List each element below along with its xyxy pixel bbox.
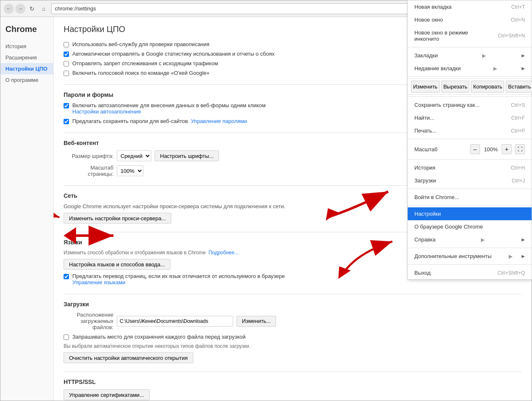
home-button[interactable]: ⌂ (39, 4, 49, 14)
pagescale-label: Масштаб страницы: (64, 165, 113, 177)
sidebar-item-extensions[interactable]: Расширения (0, 52, 53, 63)
https-section: HTTPS/SSL Управление сертификатами... (64, 379, 522, 400)
menu-item-bookmarks[interactable]: Закладки ▶ (408, 49, 532, 62)
passwords-label: Предлагать сохранять пароли для веб-сайт… (72, 118, 247, 124)
menu-item-label: О браузере Google Chrome (414, 224, 483, 230)
autofill-settings-link[interactable]: Настройки автозаполнения (72, 108, 141, 115)
downloads-path-input[interactable] (117, 316, 233, 327)
menu-item-exit[interactable]: Выход Ctrl+Shift+Q (408, 266, 532, 279)
fontsize-label: Размер шрифта: (64, 153, 113, 159)
fontsize-select[interactable]: Средний (117, 150, 151, 161)
menu-submenu-arrow: ▶ (481, 237, 485, 243)
tracking-checkbox[interactable] (64, 61, 69, 66)
menu-item-label: История (414, 165, 435, 171)
menu-item-incognito[interactable]: Новое окно в режиме инкогнито Ctrl+Shift… (408, 26, 532, 45)
pagescale-select[interactable]: 100% (117, 165, 143, 176)
page-title: Настройки ЦПО (64, 25, 125, 34)
menu-shortcut: Ctrl+H (511, 165, 525, 171)
translate-label: Предлагать перевод страниц, если их язык… (72, 273, 285, 285)
browser-content: Chrome История Расширения Настройки ЦПО … (0, 17, 532, 401)
menu-item-recent-tabs[interactable]: Недавние вкладки ▶ (408, 62, 532, 75)
menu-item-label: Новое окно в режиме инкогнито (414, 30, 490, 42)
menu-item-label: Выход (414, 270, 431, 276)
menu-item-label: Сохранить страницу как... (414, 102, 480, 108)
menu-shortcut: Ctrl+N (511, 17, 525, 23)
zoom-plus-button[interactable]: + (502, 144, 512, 154)
context-menu: Новая вкладка Ctrl+T Новое окно Ctrl+N Н… (407, 17, 532, 280)
menu-item-help[interactable]: Справка ▶ (408, 233, 532, 246)
menu-shortcut: Ctrl+Shift+N (498, 33, 525, 39)
menu-shortcut: Ctrl+Shift+Q (498, 270, 525, 276)
edit-copy-button[interactable]: Копировать (471, 81, 504, 93)
menu-shortcut: Ctrl+J (512, 178, 525, 184)
browser-frame: ← → ↻ ⌂ ☆ ≡ Chrome История Расширения На… (0, 0, 532, 401)
passwords-checkbox[interactable] (64, 119, 69, 124)
ask-downloads-checkbox[interactable] (64, 335, 69, 340)
downloads-path-label: Расположение загружаемых файлов: (64, 312, 113, 330)
autofill-checkbox[interactable] (64, 103, 69, 108)
menu-item-downloads[interactable]: Загрузки Ctrl+J (408, 174, 532, 187)
manage-languages-link[interactable]: Управление языками (72, 279, 126, 285)
downloads-path-row: Расположение загружаемых файлов: Изменит… (64, 312, 522, 330)
menu-shortcut: ▶ (482, 53, 486, 59)
menu-item-label: Дополнительные инструменты (414, 253, 492, 259)
translate-checkbox[interactable] (64, 274, 69, 279)
edit-cut-button[interactable]: Вырезать (441, 81, 470, 93)
stats-label: Автоматически отправлять в Google статис… (72, 51, 275, 57)
spellcheck-label: Использовать веб-службу для проверки пра… (72, 41, 209, 47)
menu-item-find[interactable]: Найти... Ctrl+F (408, 111, 532, 124)
menu-item-print[interactable]: Печать... Ctrl+P (408, 124, 532, 137)
zoom-minus-button[interactable]: – (470, 144, 480, 154)
menu-item-settings[interactable]: Настройки (408, 207, 532, 220)
autofill-label: Включить автозаполнение для внесения дан… (72, 102, 266, 115)
edit-paste-button[interactable]: Вставить (506, 81, 532, 93)
reload-button[interactable]: ↻ (27, 4, 37, 14)
change-path-button[interactable]: Изменить... (236, 316, 276, 327)
manage-certs-button[interactable]: Управление сертификатами... (64, 389, 150, 400)
menu-item-label: Найти... (414, 115, 434, 121)
downloads-title: Загрузки (64, 301, 522, 308)
manage-passwords-link[interactable]: Управление паролями (191, 118, 247, 124)
back-button[interactable]: ← (4, 4, 14, 14)
menu-shortcut: Ctrl+P (511, 128, 525, 134)
menu-shortcut: Ctrl+F (511, 115, 525, 121)
zoom-value: 100% (483, 146, 498, 153)
menu-submenu-arrow: ▶ (509, 253, 512, 259)
edit-change-button[interactable]: Изменить (411, 81, 440, 93)
menu-item-new-window[interactable]: Новое окно Ctrl+N (408, 17, 532, 26)
customize-fonts-button[interactable]: Настроить шрифты... (155, 150, 219, 161)
sidebar-item-history[interactable]: История (0, 41, 53, 52)
clear-auto-open-button[interactable]: Очистить настройки автоматического откры… (64, 352, 193, 363)
menu-item-label: Настройки (414, 211, 441, 217)
checkbox-row: Запрашивать место для сохранения каждого… (64, 334, 522, 340)
menu-item-label: Новое окно (414, 17, 443, 23)
menu-item-label: Войти в Chrome... (414, 194, 459, 200)
zoom-expand-button[interactable]: ⛶ (515, 144, 525, 154)
language-settings-button[interactable]: Настройка языков и способов ввода... (64, 259, 170, 270)
sidebar: Chrome История Расширения Настройки ЦПО … (0, 17, 54, 401)
menu-item-sign-in[interactable]: Войти в Chrome... (408, 191, 532, 204)
spellcheck-checkbox[interactable] (64, 42, 69, 47)
menu-shortcut: Ctrl+S (511, 102, 525, 108)
sidebar-item-settings[interactable]: Настройки ЦПО (0, 63, 53, 74)
zoom-row: Масштаб – 100% + ⛶ (408, 141, 532, 157)
menu-shortcut: ▶ (493, 66, 497, 71)
ask-downloads-label: Запрашивать место для сохранения каждого… (72, 334, 246, 340)
voice-label: Включить голосовой поиск по команде «О'к… (72, 70, 209, 76)
menu-item-about[interactable]: О браузере Google Chrome (408, 220, 532, 233)
edit-row: Изменить Вырезать Копировать Вставить (408, 79, 532, 95)
forward-button[interactable]: → (15, 4, 25, 14)
zoom-controls: – 100% + ⛶ (470, 144, 525, 154)
sidebar-item-about[interactable]: О программе (0, 74, 53, 86)
menu-item-label: Недавние вкладки (414, 65, 461, 71)
menu-item-more-tools[interactable]: Дополнительные инструменты ▶ (408, 250, 532, 263)
https-title: HTTPS/SSL (64, 379, 522, 385)
menu-item-history[interactable]: История Ctrl+H (408, 161, 532, 174)
proxy-settings-button[interactable]: Изменить настройки прокси-сервера... (64, 213, 171, 224)
stats-checkbox[interactable] (64, 52, 69, 57)
menu-item-save-page[interactable]: Сохранить страницу как... Ctrl+S (408, 98, 532, 111)
menu-item-label: Загрузки (414, 177, 436, 184)
voice-checkbox[interactable] (64, 71, 69, 76)
menu-item-label: Закладки (414, 52, 438, 59)
languages-more-link[interactable]: Подробнее... (209, 250, 239, 256)
